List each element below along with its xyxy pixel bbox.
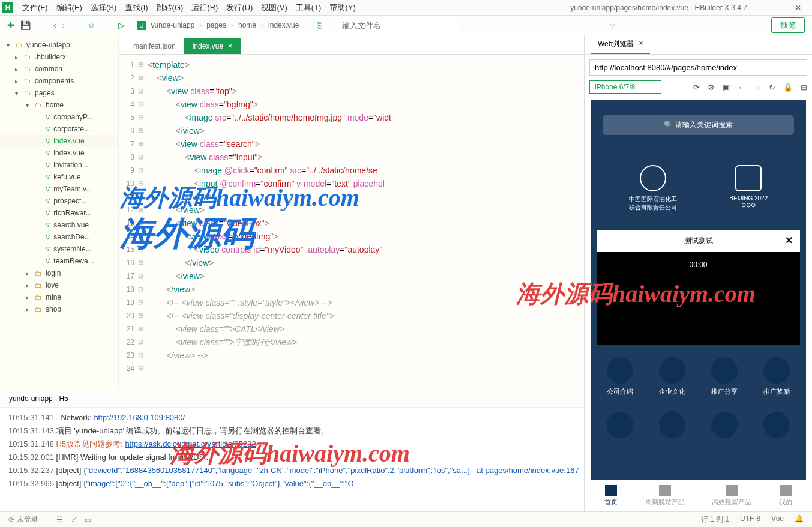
forward-icon[interactable]: → [753, 83, 761, 92]
preview-nav-item[interactable]: 推广分享 [711, 357, 738, 396]
forward-icon[interactable]: › [62, 20, 65, 30]
preview-nav-item[interactable]: 企业文化 [659, 357, 685, 396]
tree-item[interactable]: ▾🗀yunde-uniapp [0, 39, 118, 51]
tree-item[interactable]: ▸🗀login [0, 267, 118, 279]
back-icon[interactable]: ← [738, 83, 745, 92]
sb-icon[interactable]: ⫽ [70, 516, 77, 524]
video-close-icon[interactable]: ✕ [785, 235, 793, 246]
star-icon[interactable]: ☆ [88, 20, 95, 30]
breadcrumb-item[interactable]: yunde-uniapp [151, 21, 195, 29]
close-icon[interactable]: × [639, 39, 643, 49]
browser-tab[interactable]: Web浏览器 × [591, 35, 650, 54]
menu-item[interactable]: 视图(V) [257, 2, 291, 13]
breadcrumb-item[interactable]: pages [206, 21, 226, 29]
refresh-icon[interactable]: ⟳ [693, 83, 700, 92]
tree-item[interactable]: Vindex.vue [0, 135, 118, 147]
tree-item[interactable]: ▾🗀home [0, 99, 118, 111]
encoding[interactable]: UTF-8 [740, 514, 760, 525]
tree-item[interactable]: VteamRewa... [0, 255, 118, 267]
window-title: yunde-uniapp/pages/home/index.vue - HBui… [360, 4, 753, 12]
preview-tabbar-item[interactable]: 周期脱贫产品 [645, 485, 685, 507]
preview-nav-item[interactable]: 推广奖励 [763, 357, 790, 396]
editor-tab[interactable]: index.vue× [184, 38, 241, 54]
menu-item[interactable]: 工具(T) [292, 2, 326, 13]
menu-item[interactable]: 跳转(G) [152, 2, 188, 13]
tree-item[interactable]: Vinvitation... [0, 159, 118, 171]
tree-item[interactable]: VsearchDe... [0, 231, 118, 243]
tree-item[interactable]: Vkefu.vue [0, 171, 118, 183]
back-icon[interactable]: ‹ [53, 20, 56, 30]
tree-item[interactable]: ▸🗀shop [0, 303, 118, 315]
settings-icon[interactable]: ⚙ [708, 83, 715, 92]
filter-icon[interactable]: ▽ [610, 21, 615, 29]
menu-item[interactable]: 查找(I) [121, 2, 152, 13]
menu-item[interactable]: 发行(U) [222, 2, 257, 13]
preview-tabbar-item[interactable]: 首页 [604, 485, 618, 507]
run-icon[interactable]: ▷ [118, 20, 125, 30]
close-icon[interactable]: × [228, 42, 232, 50]
preview-logo2: BEIJING 2022⊙⊙⊙ [729, 165, 768, 212]
notify-icon[interactable]: 🔔 [795, 514, 804, 525]
browser-panel: Web浏览器 × http://localhost:8080/#/pages/h… [584, 35, 812, 511]
tree-item[interactable]: ▸🗀components [0, 75, 118, 87]
menu-item[interactable]: 运行(R) [187, 2, 222, 13]
console-title: yunde-uniapp - H5 [9, 394, 68, 403]
preview-logo1: 中国国际石油化工联合有限责任公司 [629, 165, 677, 212]
tree-item[interactable]: Vcorporate... [0, 123, 118, 135]
tree-item[interactable]: ▸🗀.hbuilderx [0, 51, 118, 63]
screenshot-icon[interactable]: ▣ [723, 83, 730, 92]
url-bar[interactable]: http://localhost:8080/#/pages/home/index [589, 59, 807, 76]
new-file-icon[interactable]: ✚ [7, 20, 14, 30]
preview-tabbar-item[interactable]: 我的 [779, 485, 792, 507]
menu-item[interactable]: 选择(S) [86, 2, 121, 13]
preview-video[interactable]: 测试测试 ✕ 00:00 [597, 230, 800, 345]
phone-preview: 🔍 请输入关键词搜索 中国国际石油化工联合有限责任公司 BEIJING 2022… [591, 100, 806, 511]
tree-item[interactable]: VcompanyP... [0, 111, 118, 123]
preview-search[interactable]: 🔍 请输入关键词搜索 [603, 115, 794, 135]
save-icon[interactable]: 💾 [20, 20, 31, 30]
breadcrumb: U yunde-uniapp › pages › home › index.vu… [137, 21, 299, 30]
app-logo: H [2, 2, 13, 13]
minimize-button[interactable]: ─ [759, 4, 768, 12]
sb-icon[interactable]: ☰ [56, 516, 63, 524]
menubar: H 文件(F)编辑(E)选择(S)查找(I)跳转(G)运行(R)发行(U)视图(… [0, 0, 812, 16]
tree-item[interactable]: VmyTeam.v... [0, 183, 118, 195]
preview-nav-item[interactable]: 公司介绍 [607, 357, 633, 396]
breadcrumb-item[interactable]: home [238, 21, 256, 29]
sb-icon[interactable]: ▭ [85, 516, 91, 524]
breadcrumb-item[interactable]: index.vue [268, 21, 299, 29]
editor-tab[interactable]: manifest.json [125, 38, 184, 54]
tree-item[interactable]: Vprospect... [0, 195, 118, 207]
preview-button[interactable]: 预览 [771, 17, 805, 33]
statusbar: ⟳ 未登录 ☰ ⫽ ▭ 行:1 列:1 UTF-8 Vue 🔔 [0, 511, 812, 527]
locate-icon[interactable]: ⎘ [317, 20, 322, 30]
tree-item[interactable]: Vindex.vue [0, 147, 118, 159]
toolbar: ✚ 💾 ‹ › ☆ ▷ U yunde-uniapp › pages › hom… [0, 16, 812, 35]
menu-item[interactable]: 文件(F) [18, 2, 52, 13]
maximize-button[interactable]: ☐ [777, 4, 786, 12]
tree-item[interactable]: ▸🗀mine [0, 291, 118, 303]
cursor-position: 行:1 列:1 [701, 514, 729, 525]
preview-tabbar-item[interactable]: 高效致富产品 [712, 485, 751, 507]
project-sidebar: ▾🗀yunde-uniapp▸🗀.hbuilderx▸🗀common▸🗀comp… [0, 35, 119, 390]
close-button[interactable]: ✕ [795, 4, 804, 12]
reload-icon[interactable]: ↻ [769, 83, 775, 92]
tree-item[interactable]: VrichRewar... [0, 207, 118, 219]
line-gutter: 1⊟2⊟3⊟4⊟5⊟6⊟7⊟8⊟9⊟10⊟11⊟12⊟13⊟14⊟15⊟16⊟1… [119, 55, 148, 390]
tree-item[interactable]: Vsearch.vue [0, 219, 118, 231]
uniapp-icon: U [137, 21, 146, 30]
device-select[interactable]: iPhone 6/7/8 [589, 80, 661, 94]
grid-icon[interactable]: ⊞ [801, 83, 807, 92]
sync-icon[interactable]: ⟳ [8, 516, 14, 524]
tree-item[interactable]: VsystemNe... [0, 243, 118, 255]
file-search-input[interactable] [340, 19, 460, 32]
lock-icon[interactable]: 🔒 [783, 83, 793, 92]
tree-item[interactable]: ▾🗀pages [0, 87, 118, 99]
language-mode[interactable]: Vue [771, 514, 784, 525]
login-status[interactable]: 未登录 [17, 514, 38, 525]
menu-item[interactable]: 帮助(Y) [325, 2, 359, 13]
menu-item[interactable]: 编辑(E) [52, 2, 86, 13]
tree-item[interactable]: ▸🗀love [0, 279, 118, 291]
tree-item[interactable]: ▸🗀common [0, 63, 118, 75]
